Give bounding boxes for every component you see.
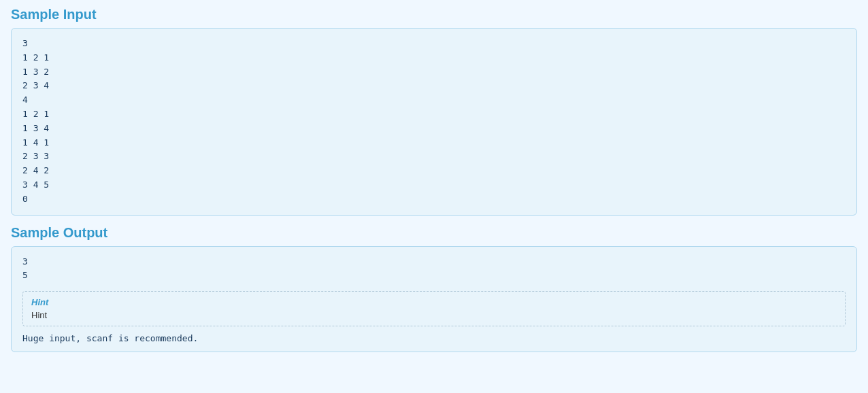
- hint-label: Hint: [31, 310, 837, 320]
- sample-output-box: 3 5 Hint Hint Huge input, scanf is recom…: [11, 246, 857, 353]
- hint-note: Huge input, scanf is recommended.: [22, 333, 846, 343]
- sample-output-title: Sample Output: [11, 225, 857, 241]
- sample-input-title: Sample Input: [11, 7, 857, 22]
- sample-input-section: Sample Input 3 1 2 1 1 3 2 2 3 4 4 1 2 1…: [11, 7, 857, 216]
- sample-output-section: Sample Output 3 5 Hint Hint Huge input, …: [11, 225, 857, 353]
- sample-output-content: 3 5: [22, 255, 846, 284]
- sample-input-code-box: 3 1 2 1 1 3 2 2 3 4 4 1 2 1 1 3 4 1 4 1 …: [11, 28, 857, 216]
- hint-title: Hint: [31, 297, 837, 307]
- hint-box: Hint Hint: [22, 291, 846, 326]
